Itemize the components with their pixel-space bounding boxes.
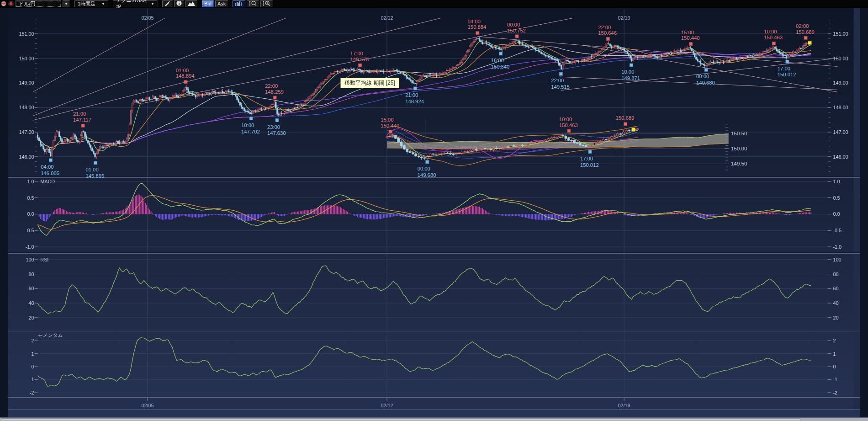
svg-text:150.012: 150.012 bbox=[580, 162, 599, 168]
svg-text:0.5: 0.5 bbox=[27, 195, 34, 201]
horizontal-scrollbar[interactable] bbox=[0, 417, 868, 421]
svg-text:150.012: 150.012 bbox=[778, 72, 796, 77]
us-flag-icon bbox=[1, 1, 6, 6]
svg-text:00:00: 00:00 bbox=[507, 22, 520, 27]
svg-text:02/12: 02/12 bbox=[381, 15, 393, 21]
svg-text:147.702: 147.702 bbox=[241, 129, 260, 134]
svg-text:21:00: 21:00 bbox=[405, 92, 418, 98]
ask-button[interactable]: Ask bbox=[215, 0, 228, 7]
svg-text:17:00: 17:00 bbox=[778, 66, 790, 71]
inset-current-price-marker bbox=[632, 128, 635, 131]
svg-text:00:00: 00:00 bbox=[418, 166, 430, 171]
svg-text:80: 80 bbox=[29, 272, 34, 277]
svg-text:02/05: 02/05 bbox=[141, 15, 153, 21]
japan-flag-icon bbox=[8, 1, 14, 6]
svg-text:RSI: RSI bbox=[40, 257, 48, 262]
svg-text:1.0: 1.0 bbox=[833, 179, 840, 184]
svg-text:MACD: MACD bbox=[40, 179, 55, 184]
svg-text:0.0: 0.0 bbox=[27, 211, 34, 217]
draw-tool-button[interactable] bbox=[162, 0, 173, 7]
svg-text:16:00: 16:00 bbox=[491, 58, 504, 63]
svg-text:149.50: 149.50 bbox=[731, 160, 747, 166]
svg-text:17:00: 17:00 bbox=[350, 51, 363, 56]
svg-text:00:00: 00:00 bbox=[696, 74, 709, 79]
toolbar: ドル/円 ▼ 1時間足 ▼ テクニカル選択 ▼ bbox=[0, 0, 868, 8]
currency-pair-label: ドル/円 bbox=[19, 0, 36, 7]
svg-text:147.00: 147.00 bbox=[19, 129, 34, 135]
svg-text:22:00: 22:00 bbox=[265, 83, 278, 89]
svg-text:150.463: 150.463 bbox=[559, 123, 578, 128]
svg-text:147.117: 147.117 bbox=[73, 117, 91, 123]
svg-text:-2: -2 bbox=[833, 390, 837, 395]
svg-text:100: 100 bbox=[833, 257, 841, 262]
chart-style-button[interactable] bbox=[185, 0, 197, 7]
svg-text:モメンタム: モメンタム bbox=[37, 332, 63, 338]
svg-text:150.752: 150.752 bbox=[507, 28, 526, 33]
svg-text:23:00: 23:00 bbox=[267, 124, 280, 130]
svg-text:15:00: 15:00 bbox=[381, 117, 393, 123]
svg-text:2: 2 bbox=[32, 338, 34, 343]
svg-text:1: 1 bbox=[833, 351, 836, 357]
technical-select[interactable]: テクニカル選択 ▼ bbox=[113, 0, 158, 7]
chart-canvas[interactable]: 151.00151.00150.00150.00149.00149.00148.… bbox=[0, 8, 868, 417]
currency-pair-select[interactable]: ドル/円 bbox=[16, 0, 61, 7]
svg-text:15:00: 15:00 bbox=[681, 30, 694, 35]
svg-text:0: 0 bbox=[833, 364, 836, 369]
svg-text:150.646: 150.646 bbox=[598, 30, 617, 36]
timeframe-select[interactable]: 1時間足 ▼ bbox=[74, 0, 108, 7]
svg-text:150.463: 150.463 bbox=[764, 35, 783, 40]
svg-text:10:00: 10:00 bbox=[621, 69, 634, 75]
svg-text:148.00: 148.00 bbox=[19, 105, 34, 110]
currency-pair-dropdown-button[interactable]: ▼ bbox=[63, 0, 70, 7]
svg-text:04:00: 04:00 bbox=[41, 164, 53, 170]
info-icon bbox=[176, 0, 182, 7]
current-price-marker bbox=[808, 41, 811, 45]
svg-text:02/12: 02/12 bbox=[381, 403, 393, 408]
svg-text:149.515: 149.515 bbox=[551, 84, 570, 90]
pencil-icon bbox=[164, 0, 170, 7]
svg-text:20: 20 bbox=[833, 315, 838, 320]
svg-text:149.680: 149.680 bbox=[418, 172, 436, 178]
svg-text:-1.0: -1.0 bbox=[26, 244, 34, 250]
zoom-in-icon bbox=[263, 0, 270, 7]
volume-bars-button[interactable] bbox=[233, 0, 245, 7]
svg-text:150.50: 150.50 bbox=[731, 130, 747, 136]
svg-text:149.871: 149.871 bbox=[621, 75, 640, 81]
chart-area[interactable]: 151.00151.00150.00150.00149.00149.00148.… bbox=[0, 8, 868, 417]
timeframe-label: 1時間足 bbox=[78, 0, 95, 7]
svg-text:22:00: 22:00 bbox=[598, 25, 611, 30]
svg-text:02:00: 02:00 bbox=[796, 23, 809, 29]
svg-text:02/19: 02/19 bbox=[618, 403, 630, 408]
svg-text:150.440: 150.440 bbox=[681, 35, 700, 41]
svg-text:60: 60 bbox=[833, 286, 838, 291]
zoom-out-icon bbox=[249, 0, 257, 7]
svg-text:149.00: 149.00 bbox=[833, 80, 848, 85]
svg-text:02/05: 02/05 bbox=[141, 403, 153, 408]
svg-text:10:00: 10:00 bbox=[764, 29, 777, 34]
svg-text:10:00: 10:00 bbox=[559, 117, 572, 122]
svg-text:149.575: 149.575 bbox=[350, 57, 369, 62]
info-button[interactable] bbox=[174, 0, 184, 7]
fx-chart-window: ドル/円 ▼ 1時間足 ▼ テクニカル選択 ▼ bbox=[0, 0, 868, 421]
svg-text:146.00: 146.00 bbox=[833, 154, 848, 160]
svg-text:02/19: 02/19 bbox=[618, 15, 630, 21]
zoom-out-vertical-button[interactable] bbox=[247, 0, 259, 7]
svg-text:22:00: 22:00 bbox=[551, 78, 564, 83]
svg-text:151.00: 151.00 bbox=[19, 31, 34, 37]
svg-text:1.0: 1.0 bbox=[27, 179, 34, 184]
svg-text:148.00: 148.00 bbox=[833, 105, 848, 110]
svg-text:148.924: 148.924 bbox=[405, 99, 424, 104]
bid-button[interactable]: Bid bbox=[202, 0, 214, 7]
mountain-icon bbox=[188, 1, 195, 7]
svg-text:0: 0 bbox=[32, 364, 34, 369]
svg-text:17:00: 17:00 bbox=[580, 156, 593, 161]
svg-text:-1.0: -1.0 bbox=[833, 244, 842, 250]
svg-text:146.005: 146.005 bbox=[41, 171, 59, 176]
svg-text:149.680: 149.680 bbox=[696, 80, 715, 85]
svg-text:1: 1 bbox=[32, 351, 34, 357]
svg-text:146.00: 146.00 bbox=[19, 154, 34, 160]
svg-text:150.00: 150.00 bbox=[731, 145, 747, 151]
svg-text:0.0: 0.0 bbox=[833, 211, 840, 217]
scrollbar-thumb[interactable] bbox=[1, 418, 800, 421]
zoom-in-vertical-button[interactable] bbox=[260, 0, 273, 7]
